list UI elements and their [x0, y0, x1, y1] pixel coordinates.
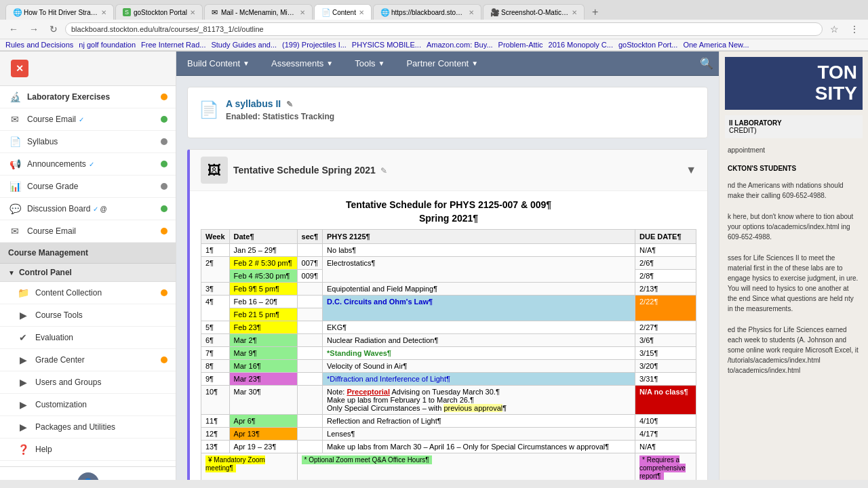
- syllabus-title[interactable]: A syllabus II ✎: [226, 98, 334, 109]
- sidebar-item-packages[interactable]: ▶ Packages and Utilities: [0, 416, 176, 439]
- schedule-expand-button[interactable]: ▼: [686, 164, 696, 176]
- bookmarks-bar: Rules and Decisions nj golf foundation F…: [0, 39, 868, 51]
- right-panel: TONSITY II LABORATORY CREDIT) appointmen…: [719, 52, 868, 480]
- partner-content-button[interactable]: Partner Content ▼: [395, 52, 489, 75]
- sidebar-item-course-email-2[interactable]: ✉ Course Email: [0, 220, 176, 243]
- schedule-card: 🖼 Tentative Schedule Spring 2021 ✎ ▼ Ten…: [187, 149, 708, 480]
- body-section-2: k here, but don't know where to tion abo…: [725, 209, 863, 245]
- cell-week-9: 9¶: [201, 373, 230, 386]
- sidebar-item-laboratory[interactable]: 🔬 Laboratory Exercises: [0, 86, 176, 108]
- bookmark-0[interactable]: Rules and Decisions: [5, 41, 73, 49]
- cell-due-1: N/A¶: [635, 244, 696, 257]
- refresh-button[interactable]: ↻: [46, 22, 61, 36]
- bookmark-9[interactable]: goStockton Port...: [618, 41, 677, 49]
- tab-0[interactable]: 🌐 How To Hit Driver Straight Co... ✕: [5, 4, 114, 20]
- menu-button[interactable]: ⋮: [846, 22, 863, 36]
- table-row: 5¶ Feb 23¶ EKG¶ 2/27¶: [201, 321, 696, 334]
- discussion-checkmark: ✓: [93, 205, 98, 213]
- lab-title: II LABORATORY: [729, 119, 859, 127]
- col-date: Date¶: [229, 230, 297, 244]
- cell-due-10: N/A no class¶: [635, 386, 696, 415]
- tab-favicon-3: 📄: [321, 8, 330, 16]
- bookmark-4[interactable]: (199) Projectiles I...: [282, 41, 347, 49]
- table-row: 4¶ Feb 16 – 20¶ D.C. Circuits and Ohm's …: [201, 296, 696, 308]
- cell-due-4a: 2/22¶: [635, 296, 696, 321]
- assessments-button[interactable]: Assessments ▼: [260, 52, 344, 75]
- tools-button[interactable]: Tools ▼: [344, 52, 395, 75]
- bookmark-7[interactable]: Problem-Attic: [498, 41, 543, 49]
- user-icon[interactable]: 👤: [77, 472, 99, 480]
- sidebar-item-users-groups[interactable]: ▶ Users and Groups: [0, 371, 176, 394]
- sidebar-item-content-collection[interactable]: 📁 Content Collection: [0, 282, 176, 304]
- cell-phys-3: Equipotential and Field Mapping¶: [323, 283, 635, 296]
- new-tab-button[interactable]: +: [589, 5, 601, 20]
- content-collection-dot: [161, 289, 167, 296]
- cell-sec-5: [297, 321, 322, 334]
- laboratory-dot: [161, 94, 167, 100]
- tab-close-1[interactable]: ✕: [190, 9, 195, 16]
- sidebar-item-course-grade[interactable]: 📊 Course Grade: [0, 176, 176, 198]
- bookmark-10[interactable]: One America New...: [683, 41, 749, 49]
- tab-close-4[interactable]: ✕: [469, 9, 474, 16]
- cell-due-3: 2/13¶: [635, 283, 696, 296]
- sidebar-item-announcements[interactable]: 📢 Announcements ✓: [0, 153, 176, 176]
- tools-label: Tools: [355, 58, 375, 68]
- discussion-icon: 💬: [8, 202, 22, 216]
- syllabus-card-header: 📄 A syllabus II ✎ Enabled: Statistics Tr…: [199, 98, 696, 121]
- sidebar-close-button[interactable]: ✕: [11, 60, 28, 77]
- sidebar-label-users-groups: Users and Groups: [35, 378, 101, 387]
- back-button[interactable]: ←: [5, 22, 22, 36]
- nav-bar: ← → ↻ ☆ ⋮: [0, 20, 868, 39]
- forward-button[interactable]: →: [26, 22, 42, 36]
- announcements-checkmark: ✓: [89, 161, 94, 168]
- tab-close-5[interactable]: ✕: [572, 9, 577, 16]
- tab-1[interactable]: S goStockton Portal ✕: [115, 4, 203, 20]
- tab-5[interactable]: 🎥 Screenshot-O-Matic - ... ✕: [483, 4, 585, 20]
- sidebar-item-discussion[interactable]: 💬 Discussion Board ✓ @: [0, 198, 176, 220]
- content-collection-icon: 📁: [16, 286, 30, 300]
- cell-week-5: 5¶: [201, 321, 230, 334]
- sidebar-item-customization[interactable]: ▶ Customization: [0, 394, 176, 416]
- tab-4[interactable]: 🌐 https://blackboard.stockton.e... ✕: [373, 4, 481, 20]
- tab-favicon-2: ✉: [212, 8, 218, 16]
- bookmark-5[interactable]: PHYSICS MOBILE...: [352, 41, 421, 49]
- toolbar: Build Content ▼ Assessments ▼ Tools ▼ Pa…: [176, 52, 719, 76]
- tab-close-0[interactable]: ✕: [101, 9, 106, 16]
- cell-due-8: 3/20¶: [635, 360, 696, 373]
- sidebar-item-syllabus[interactable]: 📄 Syllabus: [0, 131, 176, 153]
- announcements-icon: 📢: [8, 157, 22, 171]
- bookmark-8[interactable]: 2016 Monopoly C...: [549, 41, 613, 49]
- tab-3[interactable]: 📄 Content ✕: [314, 4, 372, 20]
- grade-icon: 📊: [8, 180, 22, 193]
- sidebar-item-course-email-1[interactable]: ✉ Course Email ✓: [0, 108, 176, 131]
- cell-sec-12: [297, 428, 322, 441]
- syllabus-edit-icon: ✎: [286, 100, 293, 109]
- address-bar[interactable]: [65, 22, 823, 36]
- legend-mandatory: ¥ Mandatory Zoom meeting¶: [201, 453, 298, 481]
- bookmark-6[interactable]: Amazon.com: Buy...: [427, 41, 493, 49]
- main-scroll-area: 📄 A syllabus II ✎ Enabled: Statistics Tr…: [176, 76, 719, 480]
- cell-date-4b: Feb 21 5 pm¶: [229, 308, 297, 321]
- cell-date-3: Feb 9¶ 5 pm¶: [229, 283, 297, 296]
- sidebar-item-evaluation[interactable]: ✔ Evaluation: [0, 327, 176, 349]
- control-panel-header[interactable]: ▼ Control Panel: [0, 264, 176, 282]
- sidebar-item-course-tools[interactable]: ▶ Course Tools: [0, 304, 176, 327]
- bookmark-2[interactable]: Free Internet Rad...: [141, 41, 205, 49]
- cell-phys-1: No labs¶: [323, 244, 635, 257]
- tab-2[interactable]: ✉ Mail - McMenamin, Michelle ... ✕: [204, 4, 313, 20]
- cell-due-13: N/A¶: [635, 441, 696, 453]
- sidebar-item-grade-center[interactable]: ▶ Grade Center: [0, 349, 176, 371]
- sidebar-item-help[interactable]: ❓ Help: [0, 439, 176, 461]
- search-button[interactable]: 🔍: [700, 57, 713, 70]
- tab-close-2[interactable]: ✕: [300, 9, 305, 16]
- grade-dot: [161, 183, 167, 190]
- bookmark-3[interactable]: Study Guides and...: [211, 41, 277, 49]
- schedule-title[interactable]: Tentative Schedule Spring 2021: [233, 165, 376, 176]
- cell-phys-8: Velocity of Sound in Air¶: [323, 360, 635, 373]
- cell-sec-2a: 007¶: [297, 257, 322, 270]
- tab-close-3[interactable]: ✕: [359, 9, 364, 16]
- bookmark-1[interactable]: nj golf foundation: [79, 41, 136, 49]
- extensions-button[interactable]: ☆: [827, 22, 842, 36]
- cell-sec-7: [297, 347, 322, 360]
- build-content-button[interactable]: Build Content ▼: [176, 52, 260, 75]
